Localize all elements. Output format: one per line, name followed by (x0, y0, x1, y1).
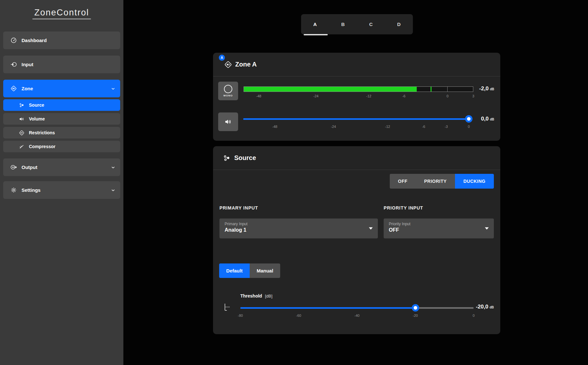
input-icon (10, 61, 17, 68)
volume-value-unit: dB (490, 118, 494, 121)
sidebar-item-output[interactable]: Output (3, 158, 120, 176)
threshold-label-text: Threshold (240, 293, 262, 298)
speaker-icon (224, 118, 232, 126)
mode-label: PRIORITY (424, 179, 447, 184)
zone-icon (224, 60, 232, 70)
source-panel-header: Source (213, 146, 500, 170)
sidebar-item-input[interactable]: Input (3, 56, 120, 73)
sidebar-item-label: Volume (29, 116, 45, 121)
level-meter-peak-indicator (431, 87, 432, 92)
sidebar-item-zone[interactable]: Zone (3, 80, 120, 97)
preset-label: Default (226, 268, 243, 273)
scale-tick: -48 (272, 125, 277, 129)
mode-off-button[interactable]: OFF (390, 174, 416, 189)
mode-ducking-button[interactable]: DUCKING (455, 174, 494, 189)
threshold-label-unit: [dB] (265, 294, 272, 298)
level-meter-zero-divider (447, 87, 448, 92)
threshold-label: Threshold [dB] (240, 293, 272, 298)
scale-tick: -3 (445, 125, 448, 129)
sidebar-item-volume[interactable]: Volume (3, 113, 120, 125)
tab-c[interactable]: C (357, 14, 385, 34)
volume-value: 0,0 dB (481, 116, 494, 122)
sidebar-item-label: Compressor (29, 144, 55, 149)
sidebar-item-label: Zone (22, 86, 33, 91)
scale-tick: -6 (422, 125, 425, 129)
scale-tick: -24 (331, 125, 336, 129)
zone-volume-button[interactable] (218, 112, 238, 131)
zone-badge: A (219, 55, 225, 61)
tab-a[interactable]: A (301, 14, 329, 34)
volume-slider-thumb[interactable] (465, 115, 473, 123)
zonecontrol-app: ZoneControl Dashboard Input (0, 0, 588, 365)
preset-default-button[interactable]: Default (219, 263, 250, 278)
volume-value-number: 0,0 (481, 116, 489, 122)
zone-tabs: A B C D (301, 14, 413, 34)
source-panel: Source OFF PRIORITY DUCKING PRIMARY INPU… (213, 146, 500, 334)
mono-ring-icon (224, 85, 232, 93)
priority-input-dropdown-content: Priority Input OFF (389, 222, 410, 233)
sidebar-item-restrictions[interactable]: Restrictions (3, 127, 120, 138)
output-icon (10, 164, 17, 171)
mode-label: DUCKING (463, 179, 486, 184)
primary-input-dropdown[interactable]: Primary Input Analog 1 (219, 218, 378, 238)
sidebar-item-dashboard[interactable]: Dashboard (3, 31, 120, 49)
threshold-preset-toggle: Default Manual (219, 263, 280, 278)
volume-slider (243, 115, 469, 122)
zone-icon (10, 85, 17, 92)
sidebar-nav: Dashboard Input Zone (3, 31, 120, 205)
priority-input-section-label: PRIORITY INPUT (384, 205, 423, 210)
zone-panel-title: Zone A (235, 53, 257, 76)
sidebar: ZoneControl Dashboard Input (0, 0, 123, 365)
dropdown-field-label: Primary Input (225, 222, 247, 226)
chevron-down-icon (111, 188, 116, 193)
scale-tick: -48 (256, 94, 261, 98)
meter-value-unit: dB (490, 87, 494, 91)
threshold-value-unit: dB (490, 306, 494, 309)
threshold-slider-thumb[interactable] (412, 304, 419, 312)
priority-input-dropdown[interactable]: Priority Input OFF (384, 218, 494, 238)
mono-button-label: MONO (224, 94, 233, 97)
sidebar-item-label: Settings (22, 187, 40, 193)
tab-label: A (313, 22, 317, 27)
sidebar-item-compressor[interactable]: Compressor (3, 141, 120, 152)
mode-priority-button[interactable]: PRIORITY (416, 174, 455, 189)
sidebar-item-source[interactable]: Source (3, 99, 120, 111)
meter-value-number: -2,0 (479, 85, 488, 92)
scale-tick: 3 (472, 94, 474, 98)
sidebar-item-label: Output (22, 165, 37, 170)
scale-tick: -12 (385, 125, 390, 129)
scale-tick: -12 (366, 94, 371, 98)
zone-a-panel-header: A Zone A (213, 53, 500, 76)
tab-label: C (369, 22, 373, 27)
priority-input-selected-value: OFF (389, 227, 410, 233)
gauge-icon (10, 37, 17, 44)
level-meter-fill (244, 87, 417, 92)
sidebar-item-label: Input (22, 62, 33, 67)
volume-slider-fill (243, 118, 469, 120)
tab-d[interactable]: D (385, 14, 413, 34)
scale-tick: -24 (313, 94, 318, 98)
active-tab-underline (304, 34, 328, 35)
threshold-slider-scale: -80 -60 -40 -20 0 (240, 314, 474, 319)
threshold-value: -20,0 dB (476, 304, 494, 310)
mode-label: OFF (398, 179, 408, 184)
level-meter-bar (244, 86, 473, 92)
threshold-control: -80 -60 -40 -20 0 (240, 304, 474, 319)
mono-button[interactable]: MONO (218, 82, 238, 100)
preset-manual-button[interactable]: Manual (250, 263, 280, 278)
source-panel-title: Source (234, 146, 256, 170)
sidebar-item-settings[interactable]: Settings (3, 181, 120, 199)
tab-b[interactable]: B (329, 14, 357, 34)
zone-volume-control: -48 -24 -12 -6 -3 0 (243, 115, 469, 130)
chevron-down-icon (111, 165, 116, 170)
restrictions-icon (19, 130, 25, 136)
primary-input-dropdown-content: Primary Input Analog 1 (225, 222, 247, 233)
source-icon (19, 102, 25, 108)
preset-label: Manual (257, 268, 273, 273)
threshold-icon (223, 302, 232, 313)
threshold-slider (240, 304, 474, 311)
level-meter-scale: -48 -24 -12 -6 0 3 (244, 94, 473, 99)
gear-icon (10, 187, 17, 193)
dropdown-caret-icon (485, 227, 489, 230)
sidebar-item-label: Restrictions (29, 130, 55, 135)
